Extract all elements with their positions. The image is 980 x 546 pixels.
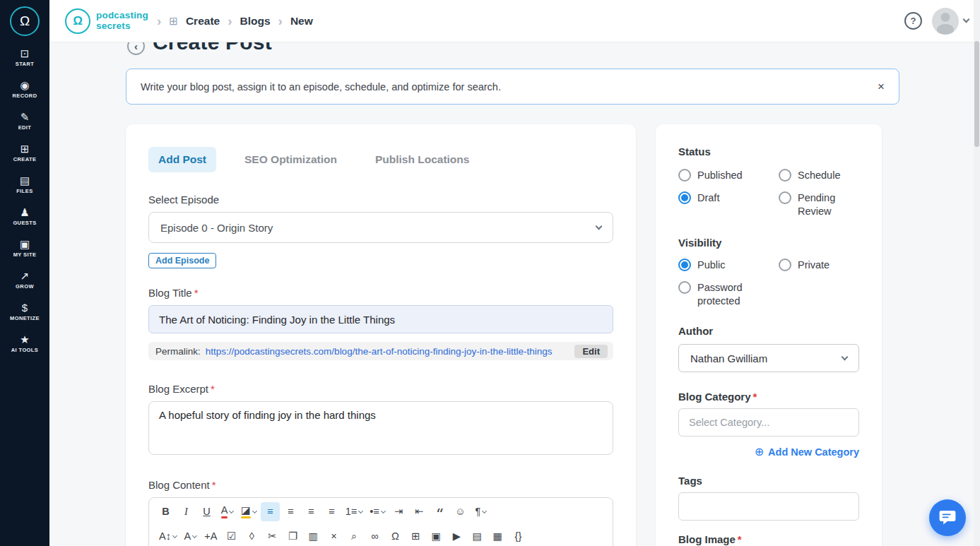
clear-format-icon[interactable]: ◊ [242, 527, 261, 546]
editor-toolbar-row-2: A↕ A +A ☑ [149, 523, 613, 546]
required-asterisk: * [212, 479, 216, 491]
brand-logo[interactable]: Ω podcasting secrets [65, 8, 148, 34]
font-size-icon[interactable]: +A [201, 527, 220, 546]
add-episode-button[interactable]: Add Episode [148, 253, 216, 268]
tags-input[interactable] [678, 492, 859, 521]
chevron-down-icon [842, 353, 849, 360]
search-icon[interactable]: ⌕ [345, 527, 364, 546]
sidebar-item-ai-tools[interactable]: ★ AI TOOLS [0, 328, 49, 360]
sidebar-item-edit[interactable]: ✎ EDIT [0, 105, 49, 137]
add-new-category-button[interactable]: ⊕ Add New Category [678, 446, 859, 458]
blog-category-input[interactable] [678, 408, 859, 437]
chevron-down-icon [381, 508, 386, 513]
sidebar-item-create[interactable]: ⊞ CREATE [0, 137, 49, 169]
underline-icon[interactable]: U [197, 502, 216, 521]
page-scrollbar [974, 0, 980, 546]
status-pending-review[interactable]: Pending Review [779, 191, 859, 218]
radio-icon [678, 259, 691, 271]
visibility-password-protected[interactable]: Password protected [678, 281, 769, 308]
back-arrow-icon: ‹ [134, 42, 138, 52]
fill-color-icon[interactable]: ◪ [238, 502, 259, 521]
indent-icon[interactable]: ⇥ [389, 502, 408, 521]
episode-select[interactable]: Episode 0 - Origin Story [148, 212, 613, 243]
breadcrumb-blogs[interactable]: Blogs [240, 15, 271, 28]
app-logo[interactable]: Ω [10, 6, 40, 36]
status-heading: Status [678, 146, 859, 158]
tab-add-post[interactable]: Add Post [148, 147, 216, 172]
sidebar-item-label: AI TOOLS [11, 347, 38, 353]
sidebar-item-record[interactable]: ◉ RECORD [0, 73, 49, 105]
blog-category-heading: Blog Category* [678, 391, 859, 403]
chat-widget-button[interactable] [929, 499, 966, 536]
font-style-icon[interactable]: A [181, 527, 200, 546]
bullet-list-icon[interactable]: •≡ [367, 502, 388, 521]
blog-title-input[interactable] [148, 305, 613, 333]
sidebar-item-my-site[interactable]: ▣ MY SITE [0, 232, 49, 264]
align-justify-icon[interactable]: ≡ [322, 502, 341, 521]
radio-icon [779, 169, 791, 182]
tab-seo-optimization[interactable]: SEO Optimization [235, 147, 347, 172]
tab-publish-locations[interactable]: Publish Locations [365, 147, 479, 172]
sidebar-item-monetize[interactable]: $ MONETIZE [0, 296, 49, 328]
visibility-public[interactable]: Public [678, 259, 769, 272]
browser-icon: ▣ [20, 239, 30, 249]
status-draft[interactable]: Draft [678, 191, 769, 218]
sidebar-item-label: FILES [16, 188, 33, 194]
help-button[interactable]: ? [904, 12, 922, 30]
account-menu[interactable] [932, 8, 969, 35]
chat-icon [938, 509, 957, 526]
sidebar-item-start[interactable]: ⊡ START [0, 42, 49, 73]
blockquote-icon[interactable]: “ [430, 502, 449, 521]
table-icon[interactable]: ⊞ [406, 527, 425, 546]
emoji-icon[interactable]: ☺ [451, 502, 470, 521]
author-heading: Author [678, 325, 859, 337]
breadcrumb-create[interactable]: Create [186, 15, 220, 28]
link-icon[interactable]: ∞ [365, 527, 384, 546]
visibility-heading: Visibility [678, 237, 859, 249]
files-icon: ▤ [20, 175, 30, 186]
post-form-tabs: Add Post SEO Optimization Publish Locati… [148, 147, 613, 172]
align-right-icon[interactable]: ≡ [302, 502, 321, 521]
permalink-url-link[interactable]: https://podcastingsecrets.com/blog/the-a… [206, 346, 570, 357]
file-icon[interactable]: ▤ [468, 527, 487, 546]
edit-permalink-button[interactable]: Edit [574, 345, 608, 358]
close-icon[interactable]: × [878, 81, 885, 93]
editor-toolbar-row-1: B I U A [149, 498, 613, 523]
author-select[interactable]: Nathan Gwilliam [678, 344, 859, 372]
outdent-icon[interactable]: ⇤ [410, 502, 429, 521]
align-left-icon[interactable]: ≡ [261, 502, 280, 521]
status-schedule[interactable]: Schedule [779, 169, 859, 182]
radio-label: Published [697, 169, 743, 182]
special-char-icon[interactable]: Ω [386, 527, 405, 546]
post-settings-card: Status Published Schedule Draft [656, 124, 882, 546]
sidebar-item-grow[interactable]: ↗ GROW [0, 264, 49, 296]
monitor-icon: ⊡ [20, 48, 30, 59]
sidebar-item-files[interactable]: ▤ FILES [0, 169, 49, 201]
layout-icon[interactable]: ▦ [488, 527, 507, 546]
breadcrumb-new[interactable]: New [290, 15, 313, 28]
text-color-icon[interactable]: A [218, 502, 237, 521]
scrollbar-thumb[interactable] [974, 41, 979, 147]
brand-wordmark: podcasting secrets [96, 11, 148, 31]
image-icon[interactable]: ▣ [427, 527, 446, 546]
visibility-private[interactable]: Private [779, 259, 859, 272]
italic-icon[interactable]: I [177, 502, 196, 521]
checklist-icon[interactable]: ☑ [222, 527, 241, 546]
bold-icon[interactable]: B [156, 502, 175, 521]
copy-icon[interactable]: ❐ [283, 527, 302, 546]
sidebar-item-guests[interactable]: ♟ GUESTS [0, 201, 49, 232]
code-icon[interactable]: {} [509, 527, 528, 546]
dollar-icon: $ [22, 302, 28, 313]
delete-icon[interactable]: × [324, 527, 343, 546]
align-center-icon[interactable]: ≡ [281, 502, 300, 521]
cut-icon[interactable]: ✂ [263, 527, 282, 546]
ordered-list-icon[interactable]: 1≡ [343, 502, 366, 521]
status-published[interactable]: Published [678, 169, 769, 182]
line-height-icon[interactable]: A↕ [156, 527, 179, 546]
paste-icon[interactable]: ▥ [304, 527, 323, 546]
back-button[interactable]: ‹ [127, 42, 145, 55]
sparkle-icon: ★ [20, 334, 29, 345]
video-icon[interactable]: ▶ [447, 527, 466, 546]
paragraph-icon[interactable]: ¶ [471, 502, 490, 521]
blog-excerpt-input[interactable]: A hopeful story of finding joy in the ha… [148, 401, 613, 455]
